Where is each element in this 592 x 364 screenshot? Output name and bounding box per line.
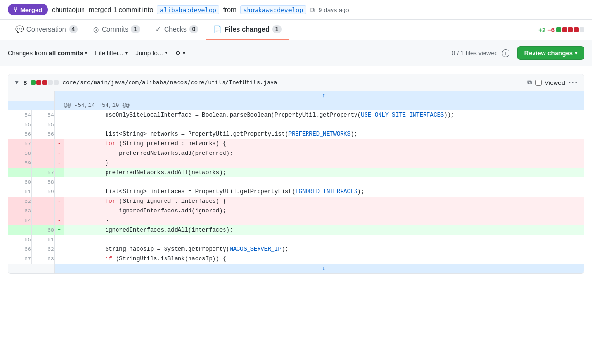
changes-from-caret: ▾: [85, 50, 87, 56]
table-row: 59 - }: [8, 158, 584, 168]
hunk-text: @@ -54,14 +54,10 @@: [64, 101, 584, 110]
line-num-right: [31, 139, 54, 149]
line-num-left: 56: [8, 129, 31, 139]
line-num-right: 54: [31, 110, 54, 120]
pr-author: chuntaojun: [52, 6, 85, 13]
line-marker: [54, 110, 64, 120]
table-row: 60 + ignoredInterfaces.addAll(interfaces…: [8, 225, 584, 235]
changes-from-filter[interactable]: Changes from all commits ▾: [8, 49, 87, 57]
table-row: 65 61: [8, 235, 584, 245]
diff-block-1: [556, 27, 561, 32]
line-num-left: 67: [8, 254, 31, 264]
line-code: if (StringUtils.isBlank(nacosIp)) {: [64, 254, 584, 264]
pr-action-text: merged 1 commit into: [89, 6, 154, 13]
pr-time: 9 days ago: [319, 6, 349, 13]
diff-count: 8: [24, 79, 27, 86]
head-branch-link[interactable]: showkawa:develop: [240, 5, 306, 14]
table-row: 62 - for (String ignored : interfaces) {: [8, 197, 584, 206]
line-num-right: 62: [31, 245, 54, 254]
tab-files-changed[interactable]: 📄 Files changed 1: [206, 20, 289, 40]
hunk-marker: [54, 101, 64, 110]
line-code: for (String preferred : networks) {: [64, 139, 584, 149]
line-marker: [54, 177, 64, 187]
table-row: 56 56 List<String> networks = PropertyUt…: [8, 129, 584, 139]
table-row: 55 55: [8, 120, 584, 129]
additions-count: +2: [538, 26, 545, 34]
line-num-right: 55: [31, 120, 54, 129]
files-viewed-count: 0 / 1 files viewed: [452, 49, 498, 57]
review-changes-button[interactable]: Review changes ▾: [517, 46, 584, 60]
changes-from-value: all commits: [49, 49, 83, 57]
line-num-right: [31, 197, 54, 206]
line-marker: [54, 245, 64, 254]
merge-icon: ⑂: [13, 6, 17, 13]
jump-to-caret: ▾: [165, 50, 167, 56]
line-num-right: 56: [31, 129, 54, 139]
changes-from-label: Changes from: [8, 49, 47, 57]
line-marker: -: [54, 158, 64, 168]
tab-conversation[interactable]: 💬 Conversation 4: [8, 20, 85, 40]
line-marker: [54, 120, 64, 129]
expand-up-row[interactable]: ↑: [8, 91, 584, 101]
table-row: 64 - }: [8, 216, 584, 225]
line-marker: [54, 129, 64, 139]
viewed-label: Viewed: [545, 79, 565, 86]
file-path: core/src/main/java/com/alibaba/nacos/cor…: [62, 79, 523, 86]
base-branch-link[interactable]: alibaba:develop: [157, 5, 219, 14]
settings[interactable]: ⚙ ▾: [175, 49, 185, 57]
tab-checks-badge: 0: [189, 25, 199, 33]
table-row: 61 59 List<String> interfaces = Property…: [8, 187, 584, 197]
expand-down-line-nums: [8, 264, 54, 273]
expand-down-icon: ↓: [322, 265, 325, 272]
checks-icon: ✓: [155, 25, 161, 33]
hunk-line-nums: [8, 101, 54, 110]
line-code: for (String ignored : interfaces) {: [64, 197, 584, 206]
commits-icon: ◎: [93, 25, 99, 33]
viewed-checkbox-input[interactable]: [535, 80, 542, 86]
viewed-checkbox[interactable]: Viewed: [535, 79, 565, 86]
line-num-left: 64: [8, 216, 31, 225]
more-options-button[interactable]: ···: [569, 78, 578, 87]
line-num-left: 63: [8, 206, 31, 216]
line-num-left: 58: [8, 149, 31, 158]
tab-conversation-label: Conversation: [26, 25, 66, 33]
file-toggle[interactable]: ▼: [14, 79, 20, 86]
line-marker: [54, 235, 64, 245]
file-diff-block-1: [31, 80, 36, 85]
from-text: from: [223, 6, 237, 13]
line-num-right: 61: [31, 235, 54, 245]
settings-icon: ⚙: [175, 49, 181, 57]
line-num-left: [8, 225, 31, 235]
expand-up-line-nums: [8, 91, 54, 101]
line-num-right: 60: [31, 225, 54, 235]
expand-down-row[interactable]: ↓: [8, 264, 584, 273]
line-num-right: [31, 158, 54, 168]
merged-badge: ⑂ Merged: [8, 4, 48, 15]
top-bar: ⑂ Merged chuntaojun merged 1 commit into…: [0, 0, 592, 20]
line-code: List<String> networks = PropertyUtil.get…: [64, 129, 584, 139]
diff-block-3: [568, 27, 573, 32]
line-num-right: [31, 206, 54, 216]
table-row: 66 62 String nacosIp = System.getPropert…: [8, 245, 584, 254]
file-diff-block-3: [42, 80, 47, 85]
file-copy-icon[interactable]: ⧉: [527, 79, 532, 86]
info-icon[interactable]: i: [502, 49, 509, 57]
jump-to[interactable]: Jump to... ▾: [135, 49, 167, 57]
line-code: preferredNetworks.add(preferred);: [64, 149, 584, 158]
line-num-right: 59: [31, 187, 54, 197]
jump-to-label: Jump to...: [135, 49, 163, 57]
line-num-right: [31, 216, 54, 225]
tab-checks[interactable]: ✓ Checks 0: [148, 20, 206, 40]
copy-icon[interactable]: ⧉: [310, 6, 315, 14]
file-diff-block-4: [48, 80, 53, 85]
files-changed-icon: 📄: [213, 25, 222, 33]
file-filter[interactable]: File filter... ▾: [95, 49, 128, 57]
file-diff-block-5: [54, 80, 59, 85]
line-code: ignoredInterfaces.addAll(interfaces);: [64, 225, 584, 235]
expand-down-marker: [54, 264, 64, 273]
line-num-left: 57: [8, 139, 31, 149]
deletions-count: −6: [547, 26, 555, 34]
tab-commits[interactable]: ◎ Commits 1: [85, 20, 148, 40]
line-code: [64, 120, 584, 129]
diff-block-4: [574, 27, 579, 32]
